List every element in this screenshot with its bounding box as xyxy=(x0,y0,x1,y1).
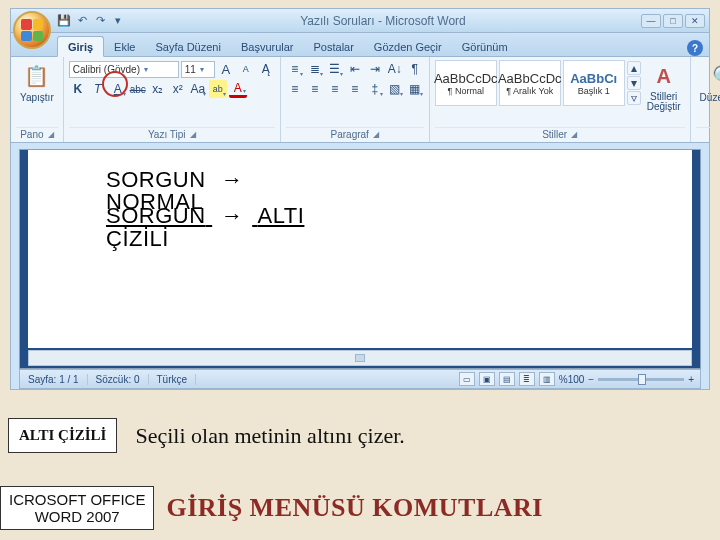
zoom-out-button[interactable]: − xyxy=(588,374,594,385)
tab-sayfa-duzeni[interactable]: Sayfa Düzeni xyxy=(145,37,230,56)
footer-title: GİRİŞ MENÜSÜ KOMUTLARI xyxy=(166,493,543,523)
find-button[interactable]: 🔍 Düzenleme xyxy=(696,60,720,105)
clear-format-button[interactable]: Ą xyxy=(257,60,275,78)
minimize-button[interactable]: — xyxy=(641,14,661,28)
view-web[interactable]: ▤ xyxy=(499,372,515,386)
group-styles-label: Stiller xyxy=(542,129,567,140)
status-bar: Sayfa: 1 / 1 Sözcük: 0 Türkçe ▭ ▣ ▤ ≣ ▥ … xyxy=(19,369,701,389)
group-styles: AaBbCcDc¶ Normal AaBbCcDc¶ Aralık Yok Aa… xyxy=(430,57,691,142)
font-size-combo[interactable]: 11▾ xyxy=(181,61,215,78)
bullets-button[interactable]: ≡▾ xyxy=(286,60,304,78)
borders-button[interactable]: ▦▾ xyxy=(406,80,424,98)
feature-description: Seçili olan metinin altını çizer. xyxy=(135,423,404,449)
status-words[interactable]: Sözcük: 0 xyxy=(88,374,149,385)
paste-label: Yapıştır xyxy=(20,92,54,103)
office-button[interactable] xyxy=(13,11,51,49)
horizontal-scrollbar[interactable] xyxy=(28,350,692,366)
dialog-launcher-icon[interactable]: ◢ xyxy=(48,130,54,139)
maximize-button[interactable]: □ xyxy=(663,14,683,28)
grow-font-button[interactable]: A xyxy=(217,60,235,78)
paste-icon: 📋 xyxy=(23,62,51,90)
shading-button[interactable]: ▧▾ xyxy=(386,80,404,98)
font-color-button[interactable]: A▾ xyxy=(229,80,247,98)
view-draft[interactable]: ▥ xyxy=(539,372,555,386)
change-case-button[interactable]: Aa▾ xyxy=(189,80,207,98)
superscript-button[interactable]: x² xyxy=(169,80,187,98)
help-button[interactable]: ? xyxy=(687,40,703,56)
align-right-button[interactable]: ≡ xyxy=(326,80,344,98)
find-icon: 🔍 xyxy=(711,62,720,90)
tab-gorunum[interactable]: Görünüm xyxy=(452,37,518,56)
undo-icon[interactable]: ↶ xyxy=(75,14,89,28)
style-no-spacing[interactable]: AaBbCcDc¶ Aralık Yok xyxy=(499,60,561,106)
styles-up-button[interactable]: ▴ xyxy=(627,61,641,75)
ribbon: 📋 Yapıştır Pano◢ Calibri (Gövde)▾ 11▾ A … xyxy=(11,57,709,143)
group-clipboard-label: Pano xyxy=(20,129,43,140)
feature-badge: ALTI ÇİZİLİ xyxy=(8,418,117,453)
align-left-button[interactable]: ≡ xyxy=(286,80,304,98)
dialog-launcher-icon[interactable]: ◢ xyxy=(373,130,379,139)
style-normal[interactable]: AaBbCcDc¶ Normal xyxy=(435,60,497,106)
show-marks-button[interactable]: ¶ xyxy=(406,60,424,78)
increase-indent-button[interactable]: ⇥ xyxy=(366,60,384,78)
ribbon-tabs: Giriş Ekle Sayfa Düzeni Başvurular Posta… xyxy=(11,33,709,57)
tab-giris[interactable]: Giriş xyxy=(57,36,104,57)
arrow-icon: → xyxy=(212,168,252,192)
change-styles-icon: A xyxy=(650,62,678,90)
document-area: SORGUN → NORMAL SORGUN → ALTI ÇİZİLİ xyxy=(19,149,701,369)
status-lang[interactable]: Türkçe xyxy=(149,374,197,385)
line-spacing-button[interactable]: ‡▾ xyxy=(366,80,384,98)
bold-button[interactable]: K xyxy=(69,80,87,98)
change-styles-button[interactable]: A Stilleri Değiştir xyxy=(643,60,685,114)
tab-basvurular[interactable]: Başvurular xyxy=(231,37,304,56)
arrow-icon: → xyxy=(212,204,252,228)
doc-text: ALTI xyxy=(258,203,305,228)
zoom-in-button[interactable]: + xyxy=(688,374,694,385)
underline-button[interactable]: A▾ xyxy=(109,80,127,98)
styles-more-button[interactable]: ▿ xyxy=(627,91,641,105)
zoom-label[interactable]: %100 xyxy=(559,374,585,385)
tab-ekle[interactable]: Ekle xyxy=(104,37,145,56)
tab-postalar[interactable]: Postalar xyxy=(304,37,364,56)
dialog-launcher-icon[interactable]: ◢ xyxy=(571,130,577,139)
status-page[interactable]: Sayfa: 1 / 1 xyxy=(20,374,88,385)
font-family-combo[interactable]: Calibri (Gövde)▾ xyxy=(69,61,179,78)
group-font-label: Yazı Tipi xyxy=(148,129,186,140)
dialog-launcher-icon[interactable]: ◢ xyxy=(190,130,196,139)
styles-down-button[interactable]: ▾ xyxy=(627,76,641,90)
subscript-button[interactable]: x₂ xyxy=(149,80,167,98)
sort-button[interactable]: A↓ xyxy=(386,60,404,78)
close-button[interactable]: ✕ xyxy=(685,14,705,28)
group-clipboard: 📋 Yapıştır Pano◢ xyxy=(11,57,64,142)
zoom-slider[interactable] xyxy=(598,378,684,381)
view-full-screen[interactable]: ▣ xyxy=(479,372,495,386)
qat-more-icon[interactable]: ▾ xyxy=(111,14,125,28)
group-font: Calibri (Gövde)▾ 11▾ A A Ą K T A▾ abc x₂… xyxy=(64,57,281,142)
highlight-button[interactable]: ab▾ xyxy=(209,80,227,98)
shrink-font-button[interactable]: A xyxy=(237,60,255,78)
view-print-layout[interactable]: ▭ xyxy=(459,372,475,386)
redo-icon[interactable]: ↷ xyxy=(93,14,107,28)
align-center-button[interactable]: ≡ xyxy=(306,80,324,98)
numbering-button[interactable]: ≣▾ xyxy=(306,60,324,78)
tab-gozden-gecir[interactable]: Gözden Geçir xyxy=(364,37,452,56)
document-page[interactable]: SORGUN → NORMAL SORGUN → ALTI ÇİZİLİ xyxy=(28,150,692,348)
group-editing: 🔍 Düzenleme xyxy=(691,57,720,142)
strike-button[interactable]: abc xyxy=(129,80,147,98)
group-paragraph: ≡▾ ≣▾ ☰▾ ⇤ ⇥ A↓ ¶ ≡ ≡ ≡ ≡ ‡▾ ▧▾ ▦▾ xyxy=(281,57,430,142)
change-styles-label: Stilleri Değiştir xyxy=(647,92,681,112)
doc-text: ÇİZİLİ xyxy=(106,226,169,251)
style-heading1[interactable]: AaBbCıBaşlık 1 xyxy=(563,60,625,106)
group-paragraph-label: Paragraf xyxy=(331,129,369,140)
quick-access-toolbar: 💾 ↶ ↷ ▾ xyxy=(57,14,125,28)
paste-button[interactable]: 📋 Yapıştır xyxy=(16,60,58,105)
footer-badge: ICROSOFT OFFICE WORD 2007 xyxy=(0,486,154,531)
save-icon[interactable]: 💾 xyxy=(57,14,71,28)
decrease-indent-button[interactable]: ⇤ xyxy=(346,60,364,78)
view-outline[interactable]: ≣ xyxy=(519,372,535,386)
justify-button[interactable]: ≡ xyxy=(346,80,364,98)
window-title: Yazılı Soruları - Microsoft Word xyxy=(125,14,641,28)
editing-label: Düzenleme xyxy=(700,92,720,103)
multilevel-button[interactable]: ☰▾ xyxy=(326,60,344,78)
italic-button[interactable]: T xyxy=(89,80,107,98)
